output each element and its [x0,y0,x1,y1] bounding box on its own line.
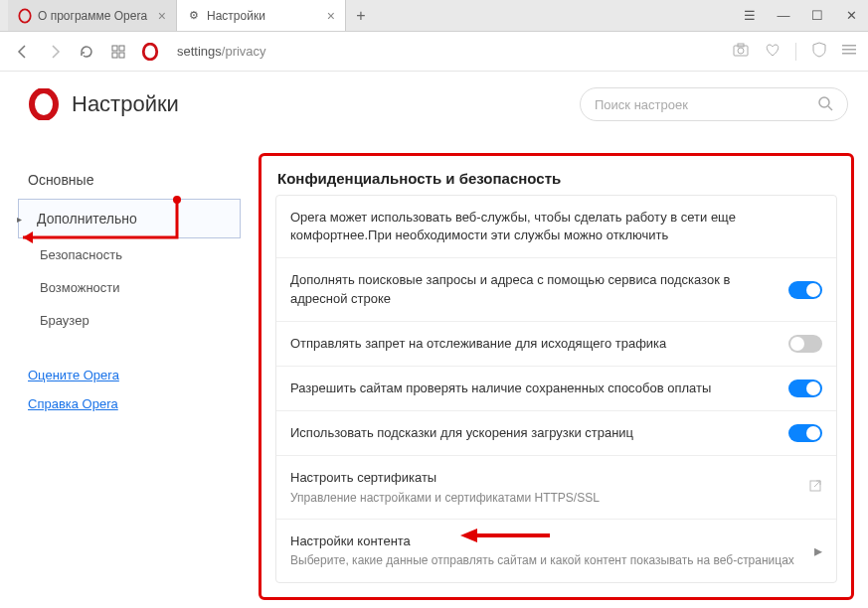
content: Основные ▸ Дополнительно Безопасность Во… [0,72,868,608]
privacy-panel: Конфиденциальность и безопасность Opera … [259,153,854,600]
titlebar: О программе Opera × ⚙ Настройки × + ☰ — … [0,0,868,32]
setting-title: Opera может использовать веб-службы, что… [290,209,822,244]
external-link-icon [808,479,822,496]
toggle-switch[interactable] [788,424,822,442]
sidebar: Основные ▸ Дополнительно Безопасность Во… [0,72,259,608]
sidebar-item-label: Безопасность [40,247,122,262]
setting-payment-check[interactable]: Разрешить сайтам проверять наличие сохра… [276,367,836,411]
new-tab-button[interactable]: + [346,0,376,31]
sidebar-item-label: Возможности [40,280,120,295]
sidebar-item-browser[interactable]: Браузер [18,304,241,337]
easy-setup-icon[interactable]: ☰ [733,0,767,32]
address-sub: /privacy [222,44,266,59]
address-bar[interactable]: settings/privacy [171,44,722,59]
page-title-text: Настройки [72,91,179,117]
main-panel: Конфиденциальность и безопасность Opera … [259,72,868,608]
gear-icon: ⚙ [187,9,201,23]
setting-title: Дополнять поисковые запросы и адреса с п… [290,271,777,307]
toggle-switch[interactable] [788,281,822,299]
svg-rect-3 [112,53,117,58]
minimize-button[interactable]: — [767,0,800,32]
sidebar-item-advanced[interactable]: ▸ Дополнительно [18,199,241,238]
setting-title: Разрешить сайтам проверять наличие сохра… [290,380,777,397]
snapshot-icon[interactable] [732,41,750,62]
close-icon[interactable]: × [327,8,335,24]
page-title: Настройки [28,88,179,120]
tab-label: Настройки [207,9,265,23]
reload-button[interactable] [76,41,97,63]
svg-marker-16 [23,231,33,243]
svg-rect-11 [842,53,856,55]
tab-about-opera[interactable]: О программе Opera × [8,0,177,31]
setting-subtitle: Управление настройками и сертификатами H… [290,490,796,507]
window-controls: ☰ — ☐ ✕ [733,0,868,31]
setting-certificates[interactable]: Настроить сертификаты Управление настрой… [276,456,836,520]
close-icon[interactable]: × [158,8,166,24]
setting-preload[interactable]: Использовать подсказки для ускорения заг… [276,411,836,456]
svg-rect-10 [842,49,856,51]
sidebar-item-label: Браузер [40,313,89,328]
annotation-arrow [13,190,192,249]
setting-title: Отправлять запрет на отслеживание для ис… [290,335,777,353]
opera-logo-icon [28,88,60,120]
svg-marker-19 [460,529,477,542]
panel-title: Конфиденциальность и безопасность [275,166,837,195]
toggle-switch[interactable] [788,335,822,353]
shield-icon[interactable] [810,41,828,62]
maximize-button[interactable]: ☐ [800,0,834,32]
speed-dial-button[interactable] [107,41,129,63]
setting-content-settings[interactable]: Настройки контента Выберите, какие данны… [276,520,836,582]
link-text[interactable]: Справка Opera [28,396,118,411]
settings-list: Opera может использовать веб-службы, что… [275,195,837,583]
chevron-right-icon: ▸ [814,541,822,560]
setting-subtitle: Выберите, какие данные отправлять сайтам… [290,552,802,569]
sidebar-item-features[interactable]: Возможности [18,271,241,304]
menu-icon[interactable] [842,43,856,60]
heart-icon[interactable] [764,41,781,62]
sidebar-link-help[interactable]: Справка Opera [18,389,241,418]
svg-rect-9 [842,45,856,47]
tab-strip: О программе Opera × ⚙ Настройки × + [0,0,376,31]
sidebar-item-label: Основные [28,172,93,188]
setting-title: Настроить сертификаты [290,469,796,487]
back-button[interactable] [12,41,34,63]
svg-rect-2 [119,46,124,51]
setting-intro: Opera может использовать веб-службы, что… [276,196,836,258]
toolbar: settings/privacy [0,32,868,72]
sidebar-link-rate[interactable]: Оцените Opera [18,361,241,389]
svg-point-7 [738,48,744,54]
tab-settings[interactable]: ⚙ Настройки × [177,0,346,31]
forward-button[interactable] [44,41,66,63]
sidebar-links: Оцените Opera Справка Opera [18,361,241,418]
opera-icon [18,9,32,23]
toolbar-icons [732,41,856,62]
setting-autocomplete[interactable]: Дополнять поисковые запросы и адреса с п… [276,258,836,321]
svg-point-12 [32,90,56,118]
address-path: settings [177,44,222,59]
svg-point-0 [19,9,30,22]
tab-label: О программе Opera [38,9,147,23]
svg-point-5 [143,44,157,60]
svg-rect-1 [112,46,117,51]
opera-icon [139,41,161,63]
svg-rect-4 [119,53,124,58]
annotation-arrow [455,526,555,545]
setting-do-not-track[interactable]: Отправлять запрет на отслеживание для ис… [276,322,836,367]
link-text[interactable]: Оцените Opera [28,368,119,382]
toggle-switch[interactable] [788,380,822,397]
window-close-button[interactable]: ✕ [834,0,868,32]
separator [795,43,796,61]
setting-title: Использовать подсказки для ускорения заг… [290,424,777,442]
